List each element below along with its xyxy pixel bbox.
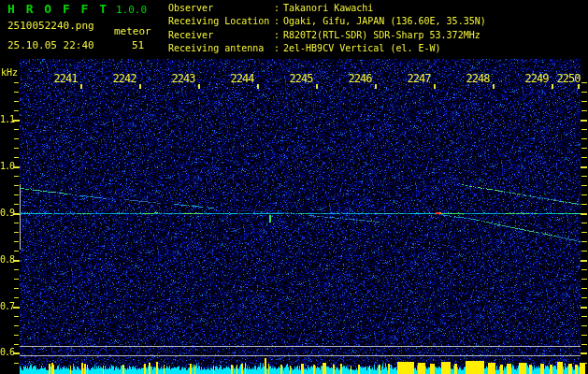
station-info: Observer:Takanori Kawachi Receiving Loca…	[168, 2, 486, 55]
freq-label-1-1: 1.1	[0, 114, 13, 124]
app-title: H R O F F T	[7, 2, 108, 16]
echo-count: 51	[132, 39, 144, 51]
app-version: 1.0.0	[116, 4, 147, 16]
freq-label-0-7: 0.7	[0, 301, 13, 311]
info-colon: :	[274, 15, 283, 28]
time-label-2246: 2246	[339, 72, 380, 85]
time-label-2241: 2241	[45, 72, 86, 85]
info-row-location: Receiving Location:Ogaki, Gifu, JAPAN (1…	[168, 15, 486, 28]
info-label: Observer	[168, 2, 274, 15]
info-colon: :	[274, 2, 283, 15]
spectrogram-canvas	[0, 0, 588, 374]
time-label-2250: 2250	[548, 72, 588, 85]
info-value: Ogaki, Gifu, JAPAN (136.60E, 35.35N)	[283, 16, 486, 26]
info-row-antenna: Receiving antenna:2el-HB9CV Vertical (el…	[168, 42, 486, 55]
info-label: Receiver	[168, 29, 274, 42]
time-label-2245: 2245	[280, 72, 322, 85]
info-label: Receiving antenna	[168, 42, 274, 55]
y-axis-unit-label: kHz	[1, 67, 18, 78]
hrofft-window: H R O F F T 1.0.0 2510052240.png meteor …	[0, 0, 588, 374]
info-colon: :	[274, 29, 283, 42]
freq-label-0-8: 0.8	[0, 254, 13, 265]
freq-label-1-0: 1.0	[0, 161, 13, 171]
info-colon: :	[274, 42, 283, 55]
time-label-2243: 2243	[163, 72, 204, 85]
info-value: 2el-HB9CV Vertical (el. E-W)	[283, 43, 441, 53]
info-row-observer: Observer:Takanori Kawachi	[168, 2, 486, 15]
mode-label: meteor	[114, 25, 151, 37]
datetime-label: 25.10.05 22:40	[7, 39, 94, 51]
time-label-2244: 2244	[222, 72, 263, 85]
time-label-2247: 2247	[398, 72, 439, 85]
output-filename: 2510052240.png	[7, 20, 94, 32]
freq-label-0-9: 0.9	[0, 208, 13, 218]
freq-label-0-6: 0.6	[0, 347, 13, 357]
time-label-2248: 2248	[457, 72, 498, 85]
info-value: Takanori Kawachi	[283, 3, 373, 13]
time-label-2242: 2242	[104, 72, 145, 85]
info-row-receiver: Receiver:R820T2(RTL-SDR) SDR-Sharp 53.37…	[168, 29, 486, 42]
info-label: Receiving Location	[168, 15, 274, 28]
info-value: R820T2(RTL-SDR) SDR-Sharp 53.372MHz	[283, 30, 480, 40]
